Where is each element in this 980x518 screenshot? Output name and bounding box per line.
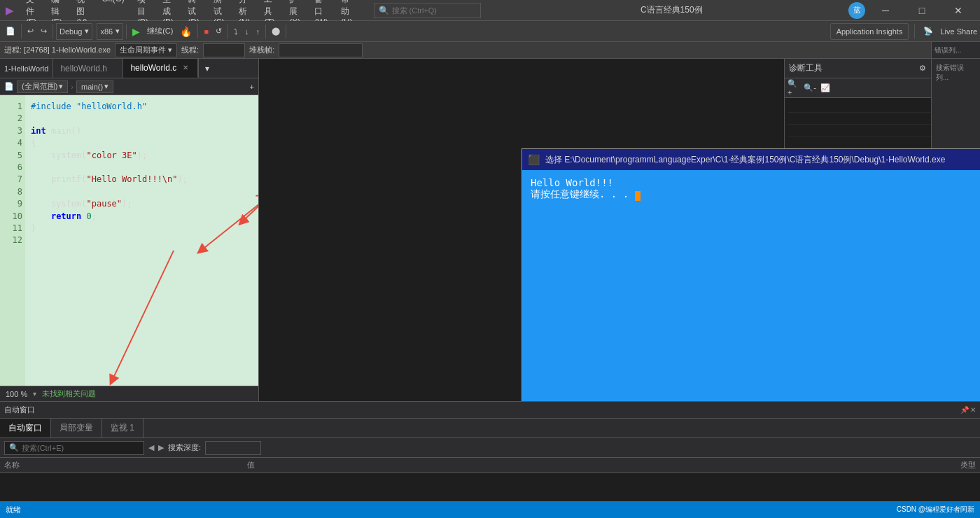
console-line2: 请按任意键继续. . . bbox=[531, 188, 980, 201]
auto-pin-btn[interactable]: 📌 bbox=[960, 406, 969, 414]
diag-chart2-btn[interactable]: 📈 bbox=[818, 81, 832, 95]
tab-label-c: helloWorld.c bbox=[130, 63, 176, 73]
diag-zoom-out-btn[interactable]: 🔍- bbox=[803, 81, 817, 95]
lifecycle-label: 生命周期事件 ▾ bbox=[120, 45, 172, 55]
redo-btn[interactable]: ↪ bbox=[38, 23, 50, 40]
tab-helloworld-c[interactable]: helloWorld.c ✕ bbox=[123, 59, 198, 78]
title-bar: ▶ 文件(F) 编辑(E) 视图(V) Git(G) 项目(P) 生成(B) 调… bbox=[0, 0, 980, 21]
breadcrumb-bar: 📄 (全局范围) ▾ › main() ▾ + bbox=[0, 78, 258, 95]
auto-tab-watch[interactable]: 监视 1 bbox=[102, 419, 144, 438]
status-text: 就绪 bbox=[6, 505, 21, 515]
error-panel-title: 错误列... bbox=[934, 46, 961, 55]
auto-tab-auto[interactable]: 自动窗口 bbox=[0, 419, 51, 438]
arch-label: x86 bbox=[100, 27, 113, 36]
maximize-button[interactable]: □ bbox=[906, 0, 938, 21]
func-label: main() bbox=[81, 83, 103, 91]
file-icon: 📄 bbox=[4, 82, 14, 91]
toolbar-separator-6 bbox=[265, 24, 266, 38]
stop-btn[interactable]: ■ bbox=[201, 23, 211, 40]
search-depth-input[interactable] bbox=[205, 441, 261, 455]
restart-btn[interactable]: ↺ bbox=[213, 23, 225, 40]
code-content-area[interactable]: 12345 678910 1112 #include "helloWorld.h… bbox=[0, 95, 258, 386]
debug-config-dropdown[interactable]: Debug ▾ bbox=[56, 23, 92, 40]
fire-icon[interactable]: 🔥 bbox=[177, 23, 195, 40]
console-titlebar: ⬛ 选择 E:\Document\programmLanguageExper\C… bbox=[522, 149, 980, 170]
process-bar: 进程: [24768] 1-HelloWorld.exe 生命周期事件 ▾ 线程… bbox=[0, 42, 980, 59]
toolbar-separator-2 bbox=[52, 24, 53, 38]
step-over-btn[interactable]: ⤵ bbox=[231, 23, 241, 40]
close-button[interactable]: ✕ bbox=[942, 0, 974, 21]
stackframe-label: 堆栈帧: bbox=[249, 45, 274, 55]
live-share-btn[interactable]: 📡 bbox=[920, 23, 936, 40]
diagnostics-title: 诊断工具 bbox=[789, 62, 822, 74]
tab-close-btn[interactable]: ✕ bbox=[181, 63, 190, 72]
search-icon-2: 🔍 bbox=[9, 443, 19, 452]
editor-tab-bar: 1-HelloWorld helloWorld.h helloWorld.c ✕… bbox=[0, 59, 258, 78]
thread-dropdown[interactable] bbox=[203, 43, 245, 57]
diag-zoom-in-btn[interactable]: 🔍+ bbox=[788, 81, 802, 95]
auto-close-btn[interactable]: ✕ bbox=[970, 406, 976, 414]
auto-window-header: 自动窗口 📌 ✕ bbox=[0, 402, 980, 419]
live-share-label[interactable]: Live Share bbox=[940, 27, 977, 36]
arch-dropdown[interactable]: x86 ▾ bbox=[97, 23, 123, 40]
search-icon: 🔍 bbox=[379, 6, 389, 15]
console-cursor bbox=[635, 191, 640, 201]
auto-table-content bbox=[0, 473, 980, 501]
status-bar: 就绪 CSDN @编程爱好者阿新 bbox=[0, 501, 980, 518]
func-dropdown[interactable]: main() ▾ bbox=[76, 80, 113, 93]
new-file-btn[interactable]: 📄 bbox=[3, 23, 18, 40]
col-name-header: 名称 bbox=[4, 460, 247, 470]
auto-window-tabs: 自动窗口 局部变量 监视 1 bbox=[0, 419, 980, 438]
application-insights-btn[interactable]: Application Insights bbox=[830, 23, 909, 40]
global-search[interactable]: 🔍 bbox=[374, 3, 481, 18]
auto-table-header: 名称 值 类型 bbox=[0, 458, 980, 473]
console-window[interactable]: ⬛ 选择 E:\Document\programmLanguageExper\C… bbox=[522, 148, 980, 401]
code-text[interactable]: #include "helloWorld.h" int main() { sys… bbox=[25, 95, 258, 386]
continue-label[interactable]: 继续(C) bbox=[144, 23, 176, 40]
breakpoint-btn[interactable]: ⬤ bbox=[269, 23, 283, 40]
diag-settings-btn[interactable]: ⚙ bbox=[916, 62, 930, 76]
console-title: 选择 E:\Document\programmLanguageExper\C\1… bbox=[545, 154, 980, 166]
error-search-label: 搜索错误列... bbox=[933, 60, 979, 85]
continue-btn[interactable]: ▶ bbox=[130, 23, 143, 40]
toolbar-separator-5 bbox=[227, 24, 228, 38]
scope-dropdown[interactable]: (全局范围) ▾ bbox=[17, 80, 68, 93]
toolbar-right: Application Insights 📡 Live Share bbox=[830, 23, 977, 40]
debug-config-label: Debug bbox=[59, 27, 82, 36]
editor-status-bar: 100 % ▾ 未找到相关问题 bbox=[0, 386, 258, 401]
console-icon: ⬛ bbox=[528, 154, 540, 165]
auto-tab-locals[interactable]: 局部变量 bbox=[51, 419, 102, 438]
chevron-icon-func: ▾ bbox=[104, 82, 108, 91]
toolbar-separator-3 bbox=[126, 24, 127, 38]
process-label: 进程: [24768] 1-HelloWorld.exe bbox=[4, 45, 111, 55]
console-body: Hello World!!! 请按任意键继续. . . bbox=[522, 170, 980, 401]
dropdown-icon[interactable]: ▾ bbox=[33, 390, 36, 398]
code-editor: 1-HelloWorld helloWorld.h helloWorld.c ✕… bbox=[0, 59, 259, 401]
scope-label: (全局范围) bbox=[22, 81, 57, 92]
zoom-level: 100 % bbox=[6, 390, 27, 398]
stackframe-dropdown[interactable] bbox=[279, 43, 363, 57]
search-input[interactable] bbox=[392, 6, 476, 15]
user-avatar[interactable]: 蓝 bbox=[848, 2, 865, 19]
chevron-down-icon: ▾ bbox=[85, 27, 89, 36]
auto-search-field[interactable] bbox=[22, 444, 120, 452]
auto-search-input-box[interactable]: 🔍 bbox=[4, 441, 144, 455]
auto-window-panel: 自动窗口 📌 ✕ 自动窗口 局部变量 监视 1 🔍 ◀ ▶ 搜索深度: 名称 bbox=[0, 401, 980, 501]
console-line1: Hello World!!! bbox=[531, 177, 980, 188]
tab-label-h: helloWorld.h bbox=[60, 64, 106, 74]
add-btn[interactable]: + bbox=[250, 83, 254, 91]
error-panel-header: 错误列... bbox=[932, 42, 980, 59]
arrow-next-btn[interactable]: ▶ bbox=[158, 443, 164, 452]
step-into-btn[interactable]: ↓ bbox=[242, 23, 252, 40]
debug-toolbar: 📄 ↩ ↪ Debug ▾ x86 ▾ ▶ 继续(C) 🔥 ■ ↺ ⤵ ↓ ↑ … bbox=[0, 21, 980, 42]
minimize-button[interactable]: ─ bbox=[869, 0, 902, 21]
tab-helloworld-h[interactable]: helloWorld.h bbox=[53, 59, 123, 78]
auto-window-title: 自动窗口 bbox=[4, 405, 35, 415]
toolbar-separator-8 bbox=[914, 24, 915, 38]
toolbar-separator-7 bbox=[286, 24, 286, 38]
undo-btn[interactable]: ↩ bbox=[24, 23, 36, 40]
tab-dropdown-btn[interactable]: ▾ bbox=[198, 59, 215, 78]
lifecycle-dropdown[interactable]: 生命周期事件 ▾ bbox=[115, 43, 177, 57]
step-out-btn[interactable]: ↑ bbox=[253, 23, 263, 40]
arrow-prev-btn[interactable]: ◀ bbox=[148, 443, 154, 452]
